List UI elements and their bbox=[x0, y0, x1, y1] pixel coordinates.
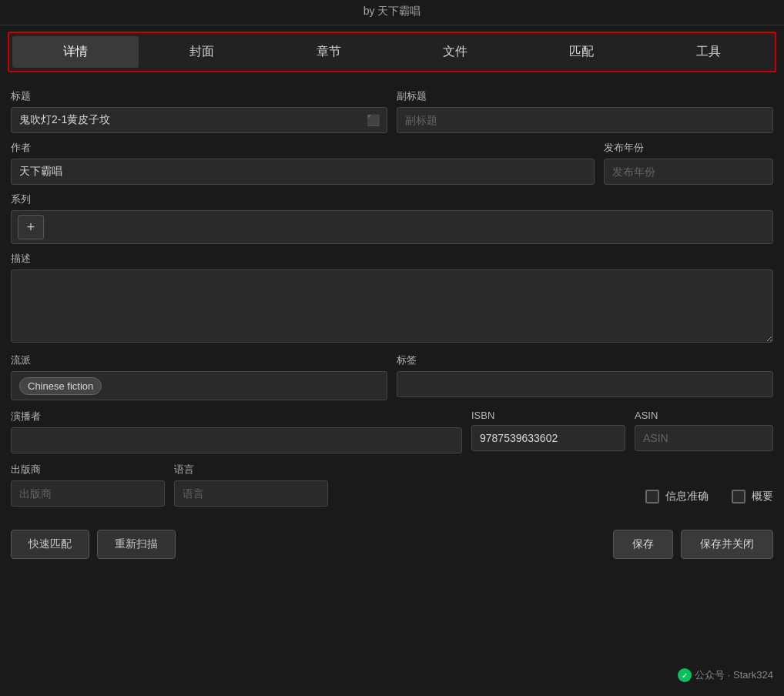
publisher-section: 出版商 bbox=[11, 455, 165, 507]
author-input[interactable] bbox=[11, 159, 595, 185]
summary-checkbox-label[interactable]: 概要 bbox=[732, 490, 773, 504]
tab-tools[interactable]: 工具 bbox=[645, 36, 772, 68]
title-icon[interactable]: ⬛ bbox=[367, 114, 380, 126]
tab-bar: 详情 封面 章节 文件 匹配 工具 bbox=[12, 36, 772, 68]
year-input[interactable] bbox=[604, 159, 773, 185]
rescan-button[interactable]: 重新扫描 bbox=[97, 530, 176, 559]
watermark-text: 公众号 · Stark324 bbox=[695, 668, 773, 682]
accurate-label: 信息准确 bbox=[665, 490, 709, 504]
series-container: + bbox=[11, 210, 773, 244]
tab-bar-wrapper: 详情 封面 章节 文件 匹配 工具 bbox=[8, 32, 776, 72]
isbn-section: ISBN bbox=[471, 402, 625, 453]
title-label: 标题 bbox=[11, 89, 387, 103]
title-input[interactable] bbox=[11, 107, 387, 133]
tab-chapters[interactable]: 章节 bbox=[266, 36, 392, 68]
asin-section: ASIN bbox=[635, 402, 773, 453]
wechat-icon: ✓ bbox=[678, 668, 692, 682]
series-label: 系列 bbox=[11, 192, 773, 206]
subtitle-section: 副标题 bbox=[397, 82, 773, 133]
title-input-wrapper: ⬛ bbox=[11, 107, 387, 133]
genre-tags-row: 流派 Chinese fiction 标签 bbox=[11, 346, 773, 400]
year-section: 发布年份 bbox=[604, 133, 773, 185]
title-subtitle-row: 标题 ⬛ 副标题 bbox=[11, 82, 773, 133]
genre-section: 流派 Chinese fiction bbox=[11, 346, 387, 400]
checkboxes-section: 信息准确 概要 bbox=[645, 490, 773, 507]
language-label: 语言 bbox=[174, 463, 328, 477]
narrator-section: 演播者 bbox=[11, 402, 462, 453]
isbn-label: ISBN bbox=[471, 410, 625, 421]
bottom-left-actions: 快速匹配 重新扫描 bbox=[11, 530, 176, 559]
tags-section: 标签 bbox=[397, 346, 773, 400]
tab-cover[interactable]: 封面 bbox=[139, 36, 265, 68]
author-label: 作者 bbox=[11, 141, 595, 155]
genre-tag: Chinese fiction bbox=[19, 377, 102, 395]
genre-input-wrapper[interactable]: Chinese fiction bbox=[11, 371, 387, 400]
author-year-row: 作者 发布年份 bbox=[11, 133, 773, 185]
author-section: 作者 bbox=[11, 133, 595, 185]
quick-match-button[interactable]: 快速匹配 bbox=[11, 530, 89, 559]
series-section: 系列 + bbox=[11, 192, 773, 244]
description-input[interactable] bbox=[11, 269, 773, 343]
summary-label: 概要 bbox=[752, 490, 773, 504]
tags-input[interactable] bbox=[397, 371, 773, 397]
tab-files[interactable]: 文件 bbox=[392, 36, 518, 68]
year-label: 发布年份 bbox=[604, 141, 773, 155]
tags-label: 标签 bbox=[397, 353, 773, 367]
save-button[interactable]: 保存 bbox=[613, 530, 673, 559]
description-label: 描述 bbox=[11, 252, 773, 266]
title-section: 标题 ⬛ bbox=[11, 82, 387, 133]
accurate-checkbox[interactable] bbox=[645, 490, 659, 504]
top-bar-text: by 天下霸唱 bbox=[364, 5, 421, 17]
narrator-label: 演播者 bbox=[11, 410, 462, 423]
description-section: 描述 bbox=[11, 252, 773, 346]
isbn-input[interactable] bbox=[471, 425, 625, 451]
narrator-input[interactable] bbox=[11, 427, 462, 453]
accurate-checkbox-label[interactable]: 信息准确 bbox=[645, 490, 709, 504]
language-section: 语言 bbox=[174, 455, 328, 507]
bottom-bar: 快速匹配 重新扫描 保存 保存并关闭 bbox=[0, 517, 784, 570]
asin-input[interactable] bbox=[635, 425, 773, 451]
subtitle-input[interactable] bbox=[397, 107, 773, 133]
series-add-button[interactable]: + bbox=[18, 215, 44, 239]
summary-checkbox[interactable] bbox=[732, 490, 745, 504]
subtitle-label: 副标题 bbox=[397, 89, 773, 103]
content-area: 标题 ⬛ 副标题 作者 发布年份 系列 + 描述 bbox=[0, 72, 784, 507]
watermark-wechat: ✓ 公众号 · Stark324 bbox=[678, 668, 773, 682]
watermark: ✓ 公众号 · Stark324 bbox=[678, 668, 773, 682]
publisher-lang-row: 出版商 语言 信息准确 概要 bbox=[11, 455, 773, 507]
bottom-right-actions: 保存 保存并关闭 bbox=[613, 530, 773, 559]
genre-label: 流派 bbox=[11, 353, 387, 367]
tab-details[interactable]: 详情 bbox=[12, 36, 139, 68]
publisher-input[interactable] bbox=[11, 480, 165, 507]
narrator-isbn-row: 演播者 ISBN ASIN bbox=[11, 402, 773, 453]
tab-match[interactable]: 匹配 bbox=[518, 36, 645, 68]
top-bar: by 天下霸唱 bbox=[0, 0, 784, 25]
save-close-button[interactable]: 保存并关闭 bbox=[681, 530, 773, 559]
language-input[interactable] bbox=[174, 480, 328, 507]
publisher-label: 出版商 bbox=[11, 463, 165, 477]
asin-label: ASIN bbox=[635, 410, 773, 421]
